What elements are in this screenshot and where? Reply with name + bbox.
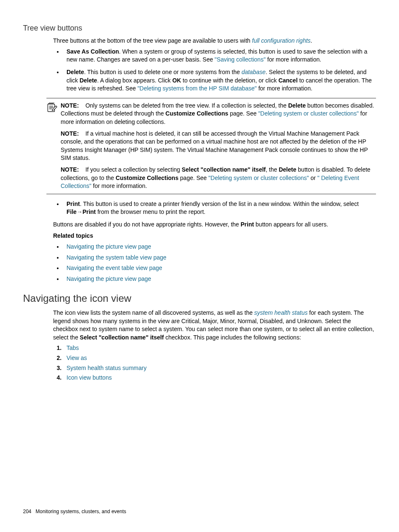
note-label: NOTE: [61, 166, 79, 173]
text: . [311, 37, 312, 44]
bullet-save-as-collection: Save As Collection. When a system or gro… [63, 48, 376, 64]
label: Save As Collection [66, 48, 119, 55]
related-topics-heading: Related topics [53, 232, 376, 240]
text: The icon view lists the system name of a… [53, 309, 254, 316]
link-picture-view[interactable]: Navigating the picture view page [66, 243, 151, 250]
text: Buttons are disabled if you do not have … [53, 221, 240, 228]
link-system-health-status[interactable]: system health status [254, 309, 308, 316]
list-item: View as [63, 354, 376, 362]
text: or [309, 175, 317, 181]
related-link-item: Navigating the event table view page [63, 264, 376, 272]
text-bold: Select "collection name" itself [182, 166, 266, 173]
link-picture-view-2[interactable]: Navigating the picture view page [66, 275, 151, 282]
text-bold: Print [82, 208, 96, 215]
link-event-table-view[interactable]: Navigating the event table view page [66, 265, 162, 271]
label: Delete [66, 69, 84, 75]
link-saving-collections[interactable]: "Saving collections" [215, 56, 266, 63]
text: . This button is used to delete one or m… [84, 69, 241, 75]
text: Only systems can be deleted from the tre… [85, 102, 288, 109]
text: , the [266, 166, 279, 173]
link-icon-view-buttons[interactable]: Icon view buttons [66, 374, 112, 381]
text: checkbox. This page includes the followi… [164, 334, 301, 341]
link-full-config-rights[interactable]: full configuration rights [252, 37, 311, 44]
text: If you select a collection by selecting [85, 166, 182, 173]
link-deleting-collections[interactable]: "Deleting system or cluster collections" [258, 110, 358, 117]
note-1: NOTE: Only systems can be deleted from t… [61, 102, 376, 126]
text: page. See [179, 175, 209, 181]
related-link-item: Navigating the system table view page [63, 254, 376, 262]
note-2: NOTE: If a virtual machine host is delet… [61, 130, 376, 162]
link-database[interactable]: database [241, 69, 266, 75]
label: Print [66, 200, 80, 207]
text: . A dialog box appears. Click [97, 77, 172, 84]
heading-navigating-icon-view: Navigating the icon view [23, 291, 376, 306]
note-3: NOTE: If you select a collection by sele… [61, 166, 376, 190]
list-item: Tabs [63, 344, 376, 352]
text: page. See [228, 110, 258, 117]
related-link-item: Navigating the picture view page [63, 243, 376, 251]
text: for more information. [257, 85, 312, 92]
text: If a virtual machine host is deleted, it… [61, 130, 368, 162]
text: Three buttons at the bottom of the tree … [53, 37, 252, 44]
list-item: Icon view buttons [63, 374, 376, 382]
related-link-item: Navigating the picture view page [63, 275, 376, 283]
text: → [77, 208, 82, 215]
link-view-as[interactable]: View as [66, 355, 87, 361]
list-item: System health status summary [63, 364, 376, 373]
text-bold: Cancel [279, 77, 298, 84]
text-bold: Select "collection name" itself [80, 334, 164, 341]
intro-paragraph: Three buttons at the bottom of the tree … [53, 37, 376, 45]
link-deleting-systems[interactable]: "Deleting systems from the HP SIM databa… [138, 85, 257, 92]
text-bold: File [66, 208, 77, 215]
heading-tree-view-buttons: Tree view buttons [23, 23, 376, 33]
link-tabs[interactable]: Tabs [66, 344, 79, 351]
bullet-delete: Delete. This button is used to delete on… [63, 68, 376, 93]
text: from the browser menu to print the repor… [96, 208, 205, 215]
text-bold: Delete [79, 77, 97, 84]
text-bold: Customize Collections [166, 110, 228, 117]
text-bold: Delete [279, 166, 296, 173]
bullet-print: Print. This button is used to create a p… [63, 200, 376, 216]
text: . This button is used to create a printe… [80, 200, 359, 207]
link-system-table-view[interactable]: Navigating the system table view page [66, 254, 166, 261]
text: for more information. [266, 56, 321, 63]
text-bold: Print [240, 221, 254, 228]
note-label: NOTE: [61, 130, 79, 137]
link-deleting-collections-2[interactable]: "Deleting system or cluster collections" [208, 175, 309, 181]
text: for more information. [91, 182, 147, 189]
text: to continue with the deletion, or click [181, 77, 279, 84]
note-label: NOTE: [61, 102, 79, 109]
icon-view-intro: The icon view lists the system name of a… [53, 309, 376, 342]
after-print-paragraph: Buttons are disabled if you do not have … [53, 221, 376, 229]
text-bold: OK [172, 77, 181, 84]
text-bold: Customize Collections [116, 175, 179, 181]
link-health-summary[interactable]: System health status summary [66, 365, 146, 371]
text: button appears for all users. [254, 221, 328, 228]
text-bold: Delete [288, 102, 306, 109]
note-icon [46, 102, 61, 115]
